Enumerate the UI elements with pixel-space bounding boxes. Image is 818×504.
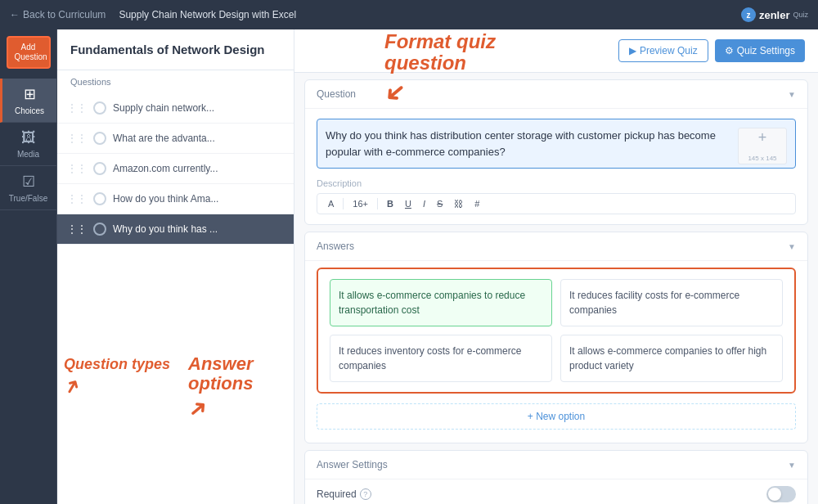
hash-button[interactable]: #: [470, 197, 483, 210]
strikethrough-button[interactable]: S: [433, 197, 447, 210]
quiz-title: Fundamentals of Network Design: [70, 43, 281, 56]
back-label: Back to Curriculum: [23, 9, 106, 20]
required-row: Required ?: [305, 479, 807, 504]
format-toolbar: A 16+ B U I S ⛓ #: [317, 193, 796, 214]
question-checkbox-icon: [93, 101, 106, 115]
preview-quiz-button[interactable]: ▶ Preview Quiz: [618, 39, 708, 62]
chevron-down-icon: ▼: [788, 461, 796, 470]
toolbar-separator: [343, 198, 344, 209]
truefalse-icon: ☑: [22, 173, 35, 191]
media-icon: 🖼: [21, 129, 36, 146]
drag-handle-icon: ⋮⋮: [67, 163, 87, 174]
course-title: Supply Chain Network Design with Excel: [119, 9, 296, 20]
sidebar-item-choices-label: Choices: [15, 106, 44, 115]
toolbar-separator: [377, 198, 378, 209]
sidebar-item-truefalse-label: True/False: [9, 194, 47, 203]
chevron-down-icon: ▼: [788, 242, 796, 251]
image-add-icon: +: [748, 127, 776, 149]
zenler-logo: z zenler Quiz: [741, 7, 808, 22]
toggle-knob: [768, 488, 781, 501]
answers-section-title: Answers: [317, 241, 354, 252]
sidebar-item-choices[interactable]: ⊞ Choices: [0, 79, 56, 123]
format-font-button[interactable]: A: [324, 197, 338, 210]
table-row[interactable]: ⋮⋮ How do you think Ama...: [57, 184, 294, 214]
answer-option-4[interactable]: It allows e-commerce companies to offer …: [560, 335, 783, 382]
sidebar: Add Question ⊞ Choices 🖼 Media ☑ True/Fa…: [0, 29, 57, 504]
zenler-icon: z: [741, 7, 756, 22]
image-size-label: 145 x 145: [748, 155, 776, 162]
answer-option-1[interactable]: It allows e-commerce companies to reduce…: [330, 279, 552, 326]
back-arrow-icon: ←: [10, 9, 20, 20]
table-row[interactable]: ⋮⋮ Why do you think has ...: [57, 214, 294, 245]
question-checkbox-icon: [93, 223, 106, 236]
bold-button[interactable]: B: [383, 197, 398, 210]
question-text: Supply chain network...: [113, 102, 284, 114]
answer-option-3[interactable]: It reduces inventory costs for e-commerc…: [330, 335, 552, 382]
question-checkbox-icon: [93, 162, 106, 175]
drag-handle-icon: ⋮⋮: [67, 133, 87, 144]
questions-panel: Fundamentals of Network Design Questions…: [57, 29, 294, 504]
question-text: Amazon.com currently...: [113, 163, 284, 174]
add-question-button[interactable]: Add Question: [7, 36, 51, 69]
underline-button[interactable]: U: [401, 197, 416, 210]
question-section-header[interactable]: Question ▼: [305, 80, 807, 109]
question-list: ⋮⋮ Supply chain network... ⋮⋮ What are t…: [57, 93, 294, 504]
questions-panel-header: Fundamentals of Network Design: [57, 29, 294, 70]
question-text: How do you think Ama...: [113, 193, 284, 205]
link-button[interactable]: ⛓: [450, 197, 467, 210]
answers-grid: It allows e-commerce companies to reduce…: [317, 268, 796, 394]
choices-icon: ⊞: [24, 85, 36, 103]
question-section: Question ▼ + 145 x 145 Why do you think …: [304, 79, 808, 225]
settings-icon: ⚙: [725, 45, 734, 56]
header-buttons: ▶ Preview Quiz ⚙ Quiz Settings: [618, 39, 805, 62]
add-option-button[interactable]: + New option: [317, 403, 796, 430]
drag-handle-icon: ⋮⋮: [67, 102, 87, 114]
table-row[interactable]: ⋮⋮ Amazon.com currently...: [57, 154, 294, 184]
question-text-input[interactable]: + 145 x 145 Why do you think has distrib…: [317, 119, 796, 169]
required-toggle[interactable]: [766, 486, 796, 502]
question-text-active: Why do you think has ...: [113, 223, 284, 235]
sidebar-item-media-label: Media: [17, 150, 39, 159]
image-placeholder[interactable]: + 145 x 145: [738, 128, 787, 164]
question-text-content: Why do you think has distribution center…: [326, 129, 716, 158]
answers-section-header[interactable]: Answers ▼: [305, 232, 807, 261]
question-checkbox-icon: [93, 192, 106, 205]
content-header: ▶ Preview Quiz ⚙ Quiz Settings: [294, 29, 818, 73]
back-to-curriculum[interactable]: ← Back to Curriculum: [10, 9, 106, 20]
quiz-settings-button[interactable]: ⚙ Quiz Settings: [715, 39, 805, 62]
table-row[interactable]: ⋮⋮ Supply chain network...: [57, 93, 294, 124]
font-size-button[interactable]: 16+: [348, 197, 372, 210]
required-info-icon: ?: [360, 488, 371, 500]
question-section-title: Question: [317, 88, 356, 100]
italic-button[interactable]: I: [419, 197, 429, 210]
sidebar-item-media[interactable]: 🖼 Media: [0, 123, 56, 166]
answer-settings-header[interactable]: Answer Settings ▼: [305, 451, 807, 479]
preview-icon: ▶: [629, 45, 636, 56]
description-label: Description: [317, 178, 796, 188]
drag-handle-icon: ⋮⋮: [67, 223, 87, 235]
question-text: What are the advanta...: [113, 133, 284, 144]
answer-settings-title: Answer Settings: [317, 459, 388, 470]
question-content: + 145 x 145 Why do you think has distrib…: [305, 109, 807, 178]
table-row[interactable]: ⋮⋮ What are the advanta...: [57, 124, 294, 154]
question-checkbox-icon: [93, 132, 106, 145]
description-area: Description A 16+ B U I S ⛓ #: [305, 178, 807, 224]
questions-label: Questions: [57, 70, 294, 93]
content-area: ▶ Preview Quiz ⚙ Quiz Settings Question …: [294, 29, 818, 504]
chevron-down-icon: ▼: [788, 90, 796, 99]
required-label: Required ?: [317, 488, 371, 500]
sidebar-item-truefalse[interactable]: ☑ True/False: [0, 166, 56, 210]
drag-handle-icon: ⋮⋮: [67, 193, 87, 205]
answer-option-2[interactable]: It reduces facility costs for e-commerce…: [560, 279, 783, 326]
answer-settings-section: Answer Settings ▼ Required ? Single Resp…: [304, 450, 808, 504]
answers-section: Answers ▼ It allows e-commerce companies…: [304, 232, 808, 443]
